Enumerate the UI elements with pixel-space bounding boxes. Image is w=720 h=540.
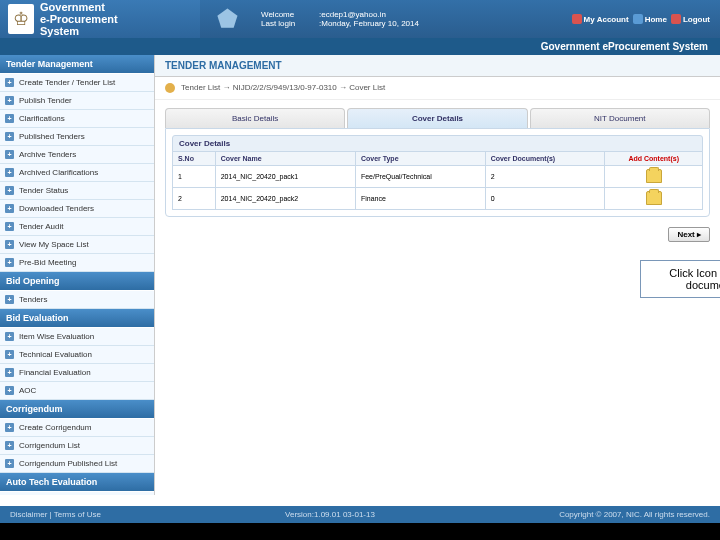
sidebar-item-label: Publish Tender [19, 96, 72, 105]
sidebar-item-label: Tender Audit [19, 222, 63, 231]
sidebar-item-label: Pre-Bid Meeting [19, 258, 76, 267]
sidebar-item-label: Published Tenders [19, 132, 85, 141]
folder-icon[interactable] [646, 169, 662, 183]
sidebar-item-label: Archive Tenders [19, 150, 76, 159]
main-content: TENDER MANAGEMENT Tender List → NIJD/2/2… [155, 55, 720, 495]
welcome-label: Welcome [261, 10, 319, 19]
cell-name: 2014_NIC_20420_pack1 [215, 166, 355, 188]
sidebar-item-label: Technical Evaluation [19, 350, 92, 359]
plus-icon: + [5, 368, 14, 377]
emblem-icon: ♔ [8, 4, 34, 34]
sidebar-item[interactable]: +Clarifications [0, 110, 154, 128]
th-sno: S.No [173, 152, 216, 166]
plus-icon: + [5, 186, 14, 195]
cell-sno: 1 [173, 166, 216, 188]
sidebar-item[interactable]: +QCBS Template [0, 492, 154, 495]
table-row: 12014_NIC_20420_pack1Fee/PreQual/Technic… [173, 166, 703, 188]
sidebar-item[interactable]: +Pre-Bid Meeting [0, 254, 154, 272]
subheader: Government eProcurement System [0, 38, 720, 55]
section-bid-eval: Bid Evaluation [0, 309, 154, 328]
sidebar-item[interactable]: +Archived Clarifications [0, 164, 154, 182]
sidebar-item[interactable]: +Archive Tenders [0, 146, 154, 164]
sidebar-item[interactable]: +Tender Audit [0, 218, 154, 236]
sidebar-item-label: Archived Clarifications [19, 168, 98, 177]
plus-icon: + [5, 222, 14, 231]
sidebar-item-label: Clarifications [19, 114, 65, 123]
sidebar-item-label: Financial Evaluation [19, 368, 91, 377]
logo-line3: System [40, 25, 118, 37]
breadcrumb-text: Tender List → NIJD/2/2/S/949/13/0-97-031… [181, 83, 385, 92]
bottom-bar [0, 523, 720, 540]
plus-icon: + [5, 295, 14, 304]
logo-area: ♔ Government e-Procurement System [0, 0, 200, 38]
plus-icon: + [5, 423, 14, 432]
arrow-icon [165, 83, 175, 93]
terms-link[interactable]: Terms of Use [54, 510, 101, 519]
lastlogin-value: Monday, February 10, 2014 [321, 19, 419, 28]
version-text: Version:1.09.01 03-01-13 [285, 510, 375, 519]
sidebar-item[interactable]: +Tenders [0, 291, 154, 309]
sidebar-item[interactable]: +Financial Evaluation [0, 364, 154, 382]
next-row: Next ▸ [165, 227, 710, 242]
myaccount-link[interactable]: My Account [572, 14, 629, 24]
cell-sno: 2 [173, 188, 216, 210]
sidebar-item[interactable]: +Published Tenders [0, 128, 154, 146]
plus-icon: + [5, 240, 14, 249]
sidebar-item[interactable]: +Corrigendum List [0, 437, 154, 455]
callout-box: Click Icon to add document [640, 260, 720, 298]
sidebar-item[interactable]: +Corrigendum Published List [0, 455, 154, 473]
cover-table: S.No Cover Name Cover Type Cover Documen… [172, 151, 703, 210]
plus-icon: + [5, 459, 14, 468]
th-type: Cover Type [355, 152, 485, 166]
cell-type: Fee/PreQual/Technical [355, 166, 485, 188]
sidebar-item[interactable]: +View My Space List [0, 236, 154, 254]
cell-docs: 0 [485, 188, 605, 210]
sidebar-item[interactable]: +Downloaded Tenders [0, 200, 154, 218]
disclaimer-link[interactable]: Disclaimer [10, 510, 47, 519]
plus-icon: + [5, 168, 14, 177]
welcome-area: Welcome: ecdep1@yahoo.in Last login: Mon… [255, 0, 562, 38]
plus-icon: + [5, 258, 14, 267]
breadcrumb: Tender List → NIJD/2/2/S/949/13/0-97-031… [155, 77, 720, 100]
plus-icon: + [5, 350, 14, 359]
footer: Disclaimer | Terms of Use Version:1.09.0… [0, 506, 720, 523]
cell-name: 2014_NIC_20420_pack2 [215, 188, 355, 210]
logo-line1: Government [40, 1, 118, 13]
cell-add [605, 166, 703, 188]
cell-add [605, 188, 703, 210]
folder-icon[interactable] [646, 191, 662, 205]
tab-nit[interactable]: NIT Document [530, 108, 710, 128]
home-icon [633, 14, 643, 24]
plus-icon: + [5, 204, 14, 213]
logout-link[interactable]: Logout [671, 14, 710, 24]
plus-icon: + [5, 441, 14, 450]
plus-icon: + [5, 114, 14, 123]
callout-line2: document [645, 279, 720, 291]
sidebar-item[interactable]: +Publish Tender [0, 92, 154, 110]
lastlogin-label: Last login [261, 19, 319, 28]
sidebar-item[interactable]: +Tender Status [0, 182, 154, 200]
sidebar-item[interactable]: +Item Wise Evaluation [0, 328, 154, 346]
tabs: Basic Details Cover Details NIT Document [165, 108, 710, 128]
tab-basic[interactable]: Basic Details [165, 108, 345, 128]
section-bid-opening: Bid Opening [0, 272, 154, 291]
plus-icon: + [5, 150, 14, 159]
sidebar-item[interactable]: +Create Corrigendum [0, 419, 154, 437]
sidebar-item-label: Corrigendum Published List [19, 459, 117, 468]
sidebar-item[interactable]: +Create Tender / Tender List [0, 74, 154, 92]
sidebar-item-label: Create Tender / Tender List [19, 78, 115, 87]
sidebar-item[interactable]: +AOC [0, 382, 154, 400]
cover-panel: Cover Details S.No Cover Name Cover Type… [165, 128, 710, 217]
sidebar-item-label: Item Wise Evaluation [19, 332, 94, 341]
next-button[interactable]: Next ▸ [668, 227, 710, 242]
home-link[interactable]: Home [633, 14, 667, 24]
cell-type: Finance [355, 188, 485, 210]
logout-icon [671, 14, 681, 24]
plus-icon: + [5, 96, 14, 105]
sidebar: Tender Management +Create Tender / Tende… [0, 55, 155, 495]
copyright-text: Copyright © 2007, NIC. All rights reserv… [559, 510, 710, 519]
logo-line2: e-Procurement [40, 13, 118, 25]
tab-cover[interactable]: Cover Details [347, 108, 527, 128]
sidebar-item[interactable]: +Technical Evaluation [0, 346, 154, 364]
plus-icon: + [5, 386, 14, 395]
